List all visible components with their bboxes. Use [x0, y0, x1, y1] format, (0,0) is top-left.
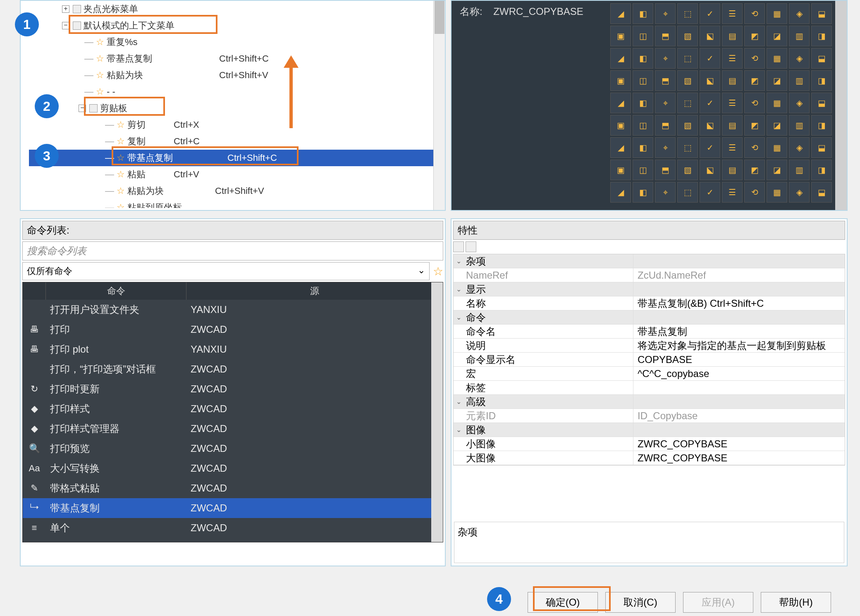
palette-icon[interactable]: ▦	[767, 48, 787, 69]
palette-icon[interactable]: ◈	[789, 182, 810, 203]
palette-icon[interactable]: ✓	[700, 137, 720, 158]
palette-icon[interactable]: ▤	[722, 115, 743, 136]
palette-icon[interactable]: ▧	[677, 26, 698, 46]
palette-icon[interactable]: ◩	[744, 115, 765, 136]
palette-icon[interactable]: ☰	[722, 137, 743, 158]
palette-icon[interactable]: ▥	[789, 70, 810, 91]
command-row[interactable]: ↻打印时更新ZWCAD	[23, 379, 443, 399]
tree-scrollbar[interactable]	[433, 1, 445, 210]
palette-icon[interactable]: ⬓	[811, 93, 832, 113]
palette-icon[interactable]: ◨	[811, 70, 832, 91]
palette-icon[interactable]: ◫	[633, 70, 653, 91]
palette-icon[interactable]: ◢	[610, 3, 631, 24]
palette-icon[interactable]: ◧	[633, 137, 653, 158]
cat-advanced[interactable]: 高级	[463, 395, 633, 408]
palette-icon[interactable]: ⟲	[744, 93, 765, 113]
tree-item-label[interactable]: 复制	[127, 135, 146, 148]
palette-icon[interactable]: ⌖	[655, 48, 676, 69]
command-row[interactable]: Aa大小写转换ZWCAD	[23, 458, 443, 478]
palette-icon[interactable]: ⬓	[811, 137, 832, 158]
tree-item-label[interactable]: - -	[107, 86, 115, 97]
palette-icon[interactable]: ⬚	[677, 182, 698, 203]
palette-icon[interactable]: ◪	[767, 26, 787, 46]
palette-icon[interactable]: ⬚	[677, 93, 698, 113]
collapse-icon[interactable]: −	[62, 22, 69, 29]
palette-icon[interactable]: ⬕	[700, 70, 720, 91]
command-row[interactable]: 打开用户设置文件夹YANXIU	[23, 300, 443, 320]
palette-icon[interactable]: ◈	[789, 3, 810, 24]
palette-icon[interactable]: ⌖	[655, 93, 676, 113]
palette-icon[interactable]: ✓	[700, 48, 720, 69]
palette-icon[interactable]: ▧	[677, 115, 698, 136]
prop-name-value[interactable]: 带基点复制(&B) Ctrl+Shift+C	[633, 296, 845, 310]
palette-icon[interactable]: ✓	[700, 93, 720, 113]
palette-icon[interactable]: ▣	[610, 115, 631, 136]
palette-icon[interactable]: ◨	[811, 115, 832, 136]
collapse-icon[interactable]: −	[79, 105, 86, 112]
palette-icon[interactable]: ▥	[789, 26, 810, 46]
palette-icon[interactable]: ▤	[722, 70, 743, 91]
cat-display[interactable]: 显示	[463, 283, 633, 296]
palette-icon[interactable]: ⬕	[700, 160, 720, 180]
search-input[interactable]: 搜索命令列表	[22, 241, 443, 260]
prop-smimg-value[interactable]: ZWRC_COPYBASE	[633, 437, 845, 451]
command-row[interactable]: ⮡带基点复制ZWCAD	[23, 498, 443, 518]
palette-icon[interactable]: ▤	[722, 160, 743, 180]
tree-item-label[interactable]: 重复%s	[107, 36, 138, 48]
palette-icon[interactable]: ◈	[789, 48, 810, 69]
prop-cmdname-value[interactable]: 带基点复制	[633, 325, 845, 338]
ok-button[interactable]: 确定(O)	[528, 592, 598, 613]
palette-icon[interactable]: ✓	[700, 182, 720, 203]
palette-icon[interactable]: ⬒	[655, 70, 676, 91]
favorite-star-icon[interactable]: ☆	[433, 265, 443, 278]
prop-macro-value[interactable]: ^C^C_copybase	[633, 367, 845, 380]
palette-icon[interactable]: ▦	[767, 3, 787, 24]
palette-scrollbar[interactable]	[835, 1, 847, 210]
palette-icon[interactable]: ◧	[633, 48, 653, 69]
command-scrollbar[interactable]	[431, 282, 443, 542]
palette-icon[interactable]: ◩	[744, 26, 765, 46]
palette-icon[interactable]: ◫	[633, 26, 653, 46]
sort-icon[interactable]	[466, 241, 476, 252]
palette-icon[interactable]: ⬚	[677, 48, 698, 69]
tree-item-label[interactable]: 粘贴为块	[107, 69, 143, 81]
icon-grid[interactable]: ◢◧⌖⬚✓☰⟲▦◈⬓▣◫⬒▧⬕▤◩◪▥◨◢◧⌖⬚✓☰⟲▦◈⬓▣◫⬒▧⬕▤◩◪▥◨…	[608, 1, 835, 207]
col-source[interactable]: 源	[186, 282, 443, 300]
palette-icon[interactable]: ☰	[722, 3, 743, 24]
palette-icon[interactable]: ▦	[767, 137, 787, 158]
cat-command[interactable]: 命令	[463, 311, 633, 324]
palette-icon[interactable]: ▥	[789, 115, 810, 136]
cancel-button[interactable]: 取消(C)	[605, 592, 676, 613]
palette-icon[interactable]: ⬓	[811, 182, 832, 203]
palette-icon[interactable]: ⌖	[655, 137, 676, 158]
palette-icon[interactable]: ▤	[722, 26, 743, 46]
palette-icon[interactable]: ◫	[633, 115, 653, 136]
command-row[interactable]: 🔍打印预览ZWCAD	[23, 439, 443, 458]
tree-node-label[interactable]: 剪贴板	[100, 102, 127, 115]
palette-icon[interactable]: ◢	[610, 182, 631, 203]
tree-node-label[interactable]: 默认模式的上下文菜单	[84, 19, 174, 32]
palette-icon[interactable]: ▦	[767, 182, 787, 203]
tree-item-label[interactable]: 粘贴为块	[127, 185, 164, 197]
palette-icon[interactable]: ▣	[610, 70, 631, 91]
palette-icon[interactable]: ◈	[789, 137, 810, 158]
palette-icon[interactable]: ⟲	[744, 137, 765, 158]
palette-icon[interactable]: ◪	[767, 70, 787, 91]
cat-image[interactable]: 图像	[463, 423, 633, 437]
palette-icon[interactable]: ⬓	[811, 3, 832, 24]
command-row[interactable]: ◆打印样式ZWCAD	[23, 399, 443, 419]
command-row[interactable]: ✎带格式粘贴ZWCAD	[23, 478, 443, 498]
expand-icon[interactable]: +	[62, 5, 69, 13]
cat-misc[interactable]: 杂项	[463, 255, 633, 268]
tree-item-label[interactable]: 带基点复制	[107, 53, 152, 65]
command-row[interactable]: 🖶打印ZWCAD	[23, 320, 443, 339]
col-command[interactable]: 命令	[46, 282, 186, 300]
palette-icon[interactable]: ▦	[767, 93, 787, 113]
prop-lgimg-value[interactable]: ZWRC_COPYBASE	[633, 451, 845, 465]
prop-desc-value[interactable]: 将选定对象与指定的基点一起复制到剪贴板	[633, 339, 845, 352]
palette-icon[interactable]: ▧	[677, 160, 698, 180]
tree-item-label[interactable]: 带基点复制	[127, 152, 173, 164]
prop-tag-value[interactable]	[633, 381, 845, 394]
palette-icon[interactable]: ◢	[610, 48, 631, 69]
palette-icon[interactable]: ◧	[633, 93, 653, 113]
